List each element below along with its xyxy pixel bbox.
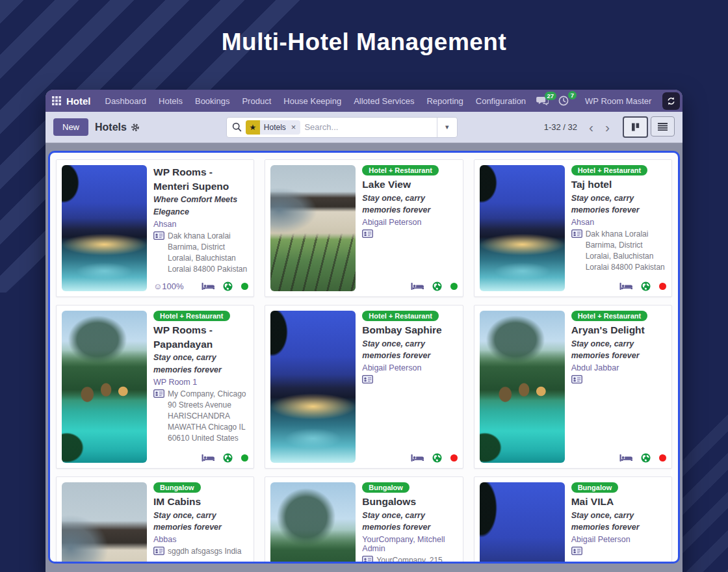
hotel-card[interactable]: Bungalow IM Cabins Stay once, carry memo…: [56, 476, 254, 564]
website-globe-icon[interactable]: [432, 281, 442, 291]
facet-remove-icon[interactable]: ×: [290, 122, 301, 132]
rooms-bed-icon[interactable]: [619, 282, 632, 291]
website-globe-icon[interactable]: [223, 453, 233, 463]
hotel-card[interactable]: Hotel + Restaurant WP Rooms - Papandayan…: [56, 305, 254, 469]
website-globe-icon[interactable]: [641, 281, 651, 291]
hotel-name[interactable]: WP Rooms - Menteri Supeno: [153, 165, 248, 193]
control-panel-right: 1-32 / 32 ‹ ›: [544, 116, 675, 138]
activities-clock-icon[interactable]: 7: [558, 96, 569, 106]
systray: 27 7 WP Room Master: [536, 92, 680, 110]
hotel-name[interactable]: Bungalows: [362, 495, 457, 509]
hotel-photo: [480, 482, 565, 564]
activity-status-dot[interactable]: [241, 283, 248, 290]
contact-card-icon: [362, 556, 373, 564]
hotel-tagline: Stay once, carry memories forever: [153, 352, 248, 375]
search-bar[interactable]: ★ Hotels × Search... ▾: [226, 117, 458, 138]
activity-status-dot[interactable]: [659, 454, 666, 462]
manager-link[interactable]: WP Room 1: [153, 378, 248, 387]
rooms-bed-icon[interactable]: [411, 454, 424, 462]
top-navbar: Hotel Dashboard Hotels Bookings Product …: [46, 90, 682, 112]
footer-icons: [202, 453, 248, 463]
pager-prev-button[interactable]: ‹: [586, 120, 596, 134]
activity-status-dot[interactable]: [450, 283, 458, 290]
card-body: Hotel + Restaurant Bombay Saphire Stay o…: [362, 311, 457, 463]
gear-icon[interactable]: [131, 123, 140, 132]
type-badge: Hotel + Restaurant: [362, 165, 439, 176]
sync-button[interactable]: [662, 92, 680, 110]
pager-range: 1-32 / 32: [544, 122, 577, 132]
manager-link[interactable]: Abdul Jabbar: [571, 363, 666, 372]
hotel-photo: [62, 311, 147, 463]
manager-link[interactable]: Abigail Peterson: [362, 218, 457, 227]
address-row: [362, 374, 457, 384]
rooms-bed-icon[interactable]: [411, 282, 424, 291]
manager-link[interactable]: Abbas: [153, 535, 248, 544]
hotel-card[interactable]: Hotel + Restaurant Bombay Saphire Stay o…: [265, 305, 463, 469]
hotel-name[interactable]: Mai VILA: [571, 495, 666, 509]
nav-bookings[interactable]: Bookings: [195, 96, 229, 106]
card-footer: [362, 450, 457, 463]
contact-card-icon: [153, 389, 164, 398]
contact-card-icon: [362, 375, 373, 384]
rooms-bed-icon[interactable]: [202, 282, 214, 291]
list-view-button[interactable]: [651, 116, 675, 136]
pager-next-button[interactable]: ›: [603, 120, 612, 134]
manager-link[interactable]: Ahsan: [571, 218, 666, 227]
hotel-tagline: Stay once, carry memories forever: [362, 510, 457, 533]
contact-card-icon: [571, 547, 582, 555]
hotel-card[interactable]: Hotel + Restaurant Aryan's Delight Stay …: [474, 305, 672, 469]
hotel-card[interactable]: Hotel + Restaurant Lake View Stay once, …: [265, 159, 463, 297]
nav-product[interactable]: Product: [242, 96, 271, 106]
activity-status-dot[interactable]: [450, 454, 458, 462]
nav-configuration[interactable]: Configuration: [476, 96, 526, 106]
hotel-card[interactable]: WP Rooms - Menteri Supeno Where Comfort …: [56, 159, 254, 297]
apps-grid-icon[interactable]: [52, 92, 61, 109]
page: { "page": { "title": "Multi-Hotel Manage…: [0, 0, 728, 572]
nav-reporting[interactable]: Reporting: [426, 96, 463, 106]
hotel-name[interactable]: Lake View: [362, 177, 457, 192]
address-text: My Company, Chicago 90 Streets Avenue HA…: [168, 389, 248, 444]
manager-link[interactable]: YourCompany, Mitchell Admin: [362, 535, 457, 553]
user-menu[interactable]: WP Room Master: [585, 96, 651, 106]
activity-status-dot[interactable]: [659, 283, 666, 290]
activity-status-dot[interactable]: [241, 454, 248, 462]
hotel-name[interactable]: WP Rooms - Papandayan: [153, 323, 248, 351]
search-dropdown-toggle[interactable]: ▾: [437, 118, 457, 137]
hotel-name[interactable]: Aryan's Delight: [571, 323, 666, 337]
search-icon: [232, 122, 242, 132]
activities-badge: 7: [568, 91, 577, 99]
rooms-bed-icon[interactable]: [202, 454, 214, 462]
card-body: Hotel + Restaurant WP Rooms - Papandayan…: [153, 311, 248, 463]
nav-house-keeping[interactable]: House Keeping: [283, 96, 341, 106]
nav-dashboard[interactable]: Dashboard: [105, 96, 147, 106]
nav-hotels[interactable]: Hotels: [159, 96, 183, 106]
hotel-name[interactable]: Bombay Saphire: [362, 323, 457, 337]
nav-alloted-services[interactable]: Alloted Services: [354, 96, 414, 106]
hotel-card[interactable]: Bungalow Mai VILA Stay once, carry memor…: [474, 476, 672, 564]
website-globe-icon[interactable]: [223, 281, 233, 291]
hotel-name[interactable]: Taj hotel: [571, 177, 666, 192]
card-footer: ☺100%: [153, 279, 248, 291]
manager-link[interactable]: Abigail Peterson: [571, 535, 666, 544]
hotel-name[interactable]: IM Cabins: [153, 495, 248, 509]
messages-icon[interactable]: 27: [536, 96, 549, 106]
kanban-view-button[interactable]: [623, 116, 648, 138]
website-globe-icon[interactable]: [641, 453, 651, 463]
contact-card-icon: [571, 229, 582, 238]
hotel-tagline: Stay once, carry memories forever: [571, 510, 666, 533]
app-brand[interactable]: Hotel: [66, 96, 91, 107]
manager-link[interactable]: Ahsan: [153, 220, 248, 229]
website-globe-icon[interactable]: [432, 453, 442, 463]
manager-link[interactable]: Abigail Peterson: [362, 363, 457, 372]
hotel-card[interactable]: Bungalow Bungalows Stay once, carry memo…: [265, 476, 463, 564]
card-body: Hotel + Restaurant Lake View Stay once, …: [362, 165, 457, 291]
new-button[interactable]: New: [53, 118, 88, 136]
hotel-photo: [270, 482, 356, 564]
app-body: WP Rooms - Menteri Supeno Where Comfort …: [46, 143, 682, 572]
list-icon: [658, 123, 668, 131]
hotel-card[interactable]: Hotel + Restaurant Taj hotel Stay once, …: [474, 159, 672, 297]
rooms-bed-icon[interactable]: [619, 454, 632, 462]
search-input[interactable]: Search...: [304, 122, 432, 132]
contact-card-icon: [153, 547, 164, 555]
type-badge: Hotel + Restaurant: [571, 165, 648, 176]
